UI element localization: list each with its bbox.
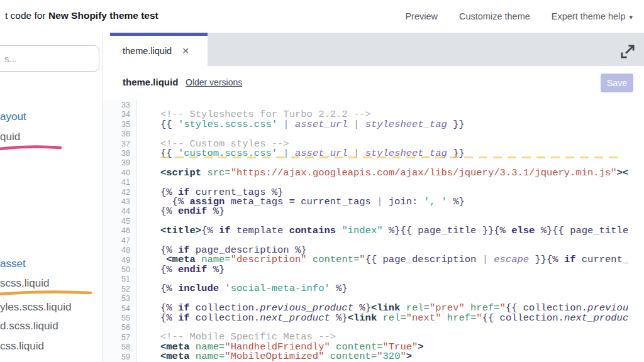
sidebar-item-d-scss-liquid[interactable]: d.scss.liquid xyxy=(0,320,58,332)
editor-filename: theme.liquid xyxy=(123,77,178,87)
sidebar-item-css-liquid[interactable]: css.liquid xyxy=(0,340,44,353)
line-numbers: 3334353637383940414243444546474849505152… xyxy=(103,101,137,362)
file-sidebar: ayout quid asset scss.liquid yles.scss.l… xyxy=(0,33,103,362)
theme-name: New Shopify theme test xyxy=(48,10,158,21)
expert-theme-help-label: Expert theme help xyxy=(552,11,626,21)
topbar: t code for New Shopify theme test Previe… xyxy=(0,0,644,33)
customize-theme-link[interactable]: Customize theme xyxy=(459,11,530,21)
older-versions-link[interactable]: Older versions xyxy=(186,77,242,87)
sidebar-item-theme-liquid[interactable]: quid xyxy=(0,131,20,143)
code-editor: 3334353637383940414243444546474849505152… xyxy=(103,99,644,362)
code-lines[interactable]: <!-- Stylesheets for Turbo 2.2.2 -->{{ '… xyxy=(138,101,644,362)
topbar-menu: Preview Customize theme Expert theme hel… xyxy=(405,0,633,33)
expert-theme-help-menu[interactable]: Expert theme help▾ xyxy=(552,11,633,21)
sidebar-item-styles-scss-liquid[interactable]: yles.scss.liquid xyxy=(0,301,71,314)
close-icon[interactable]: ✕ xyxy=(182,46,189,56)
sidebar-section-layout[interactable]: ayout xyxy=(0,111,26,123)
sidebar-section-assets[interactable]: asset xyxy=(0,258,26,270)
expand-editor-button[interactable] xyxy=(619,43,636,60)
save-button[interactable]: Save xyxy=(601,74,633,92)
tab-theme-liquid[interactable]: theme.liquid ✕ xyxy=(110,33,208,66)
chevron-down-icon: ▾ xyxy=(629,13,633,21)
orange-underline-annotation xyxy=(0,289,93,297)
preview-link[interactable]: Preview xyxy=(405,11,438,21)
tab-strip-spacer xyxy=(103,33,110,66)
file-search-input[interactable] xyxy=(0,45,99,72)
page-title: t code for New Shopify theme test xyxy=(5,10,158,21)
tab-strip: theme.liquid ✕ xyxy=(103,33,644,66)
pink-underline-annotation xyxy=(0,144,63,151)
editor-header: theme.liquid Older versions Save xyxy=(103,66,644,99)
sidebar-item-scss-liquid[interactable]: scss.liquid xyxy=(0,277,49,290)
page-title-prefix: t code for xyxy=(5,10,48,21)
tab-label: theme.liquid xyxy=(123,46,172,56)
